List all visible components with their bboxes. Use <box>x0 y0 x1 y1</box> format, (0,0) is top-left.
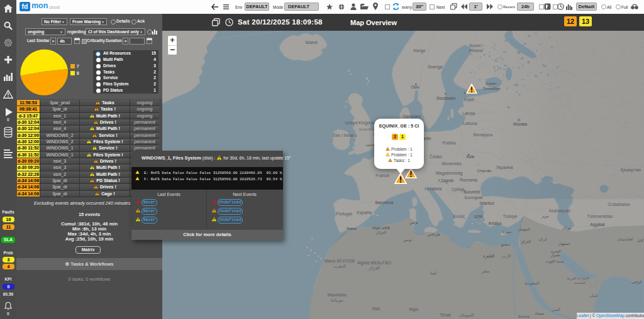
svg-text:ليبيا: ليبيا <box>430 271 436 275</box>
svg-text:Aşgabat: Aşgabat <box>590 222 604 227</box>
svg-text:Eritrea: Eritrea <box>518 315 530 318</box>
svg-text:Türkiye: Türkiye <box>503 214 518 219</box>
svg-text:Danmark: Danmark <box>403 114 421 119</box>
svg-text:България: България <box>465 195 483 200</box>
svg-text:France: France <box>375 173 389 178</box>
svg-text:Niger: Niger <box>409 307 419 312</box>
svg-text:Петербург: Петербург <box>483 87 501 90</box>
svg-text:الإمارات العربية: الإمارات العربية <box>567 276 589 281</box>
svg-text:✳: ✳ <box>438 178 440 182</box>
svg-text:Türkmenistan: Türkmenistan <box>587 214 613 219</box>
svg-text:Maroc ⵍⵎⵖⵔⵉⴱ: Maroc ⵍⵎⵖⵔⵉⴱ <box>325 259 355 263</box>
svg-text:افغانستان: افغانستان <box>617 237 633 241</box>
svg-text:سوريا: سوريا <box>502 230 512 234</box>
svg-text:Česko: Česko <box>430 154 442 159</box>
svg-text:الجزائر: الجزائر <box>368 266 380 271</box>
svg-text:تونس: تونس <box>403 238 412 242</box>
svg-text:Ελλάς: Ελλάς <box>453 214 465 219</box>
svg-text:تبريز: تبريز <box>541 214 549 219</box>
svg-text:Latvija: Latvija <box>462 111 475 116</box>
svg-text:Finland: Finland <box>469 48 483 53</box>
svg-text:السودان: السودان <box>460 313 474 318</box>
svg-text:صنعاء: صنعاء <box>535 311 544 315</box>
svg-text:Србија: Србија <box>452 187 465 192</box>
svg-text:Éire / Ireland: Éire / Ireland <box>333 132 357 138</box>
svg-text:القاهرة: القاهرة <box>483 254 494 259</box>
svg-text:Eesti: Eesti <box>464 97 474 102</box>
svg-text:كابل: كابل <box>637 239 644 242</box>
svg-text:Suomi /: Suomi / <box>469 43 483 48</box>
svg-text:Algérie ⵍⵣⵣⴰⵢⴻⵔ: Algérie ⵍⵣⵣⴰⵢⴻⵔ <box>357 261 391 266</box>
svg-text:España: España <box>357 210 372 215</box>
svg-text:Украина: Украина <box>496 165 513 170</box>
svg-text:تهران: تهران <box>562 226 571 230</box>
svg-text:Беларусь: Беларусь <box>474 132 493 138</box>
svg-text:Romania: Romania <box>460 178 477 182</box>
svg-text:Azərbaycan: Azərbaycan <box>549 208 571 214</box>
svg-text:دمشق: دمشق <box>501 242 511 247</box>
svg-text:اليمن: اليمن <box>552 308 560 312</box>
svg-text:Mauritanie: Mauritanie <box>328 293 347 297</box>
svg-text:اصفهان: اصفهان <box>558 242 570 246</box>
svg-text:طرابلس: طرابلس <box>428 232 441 237</box>
svg-text:Санкт-: Санкт- <box>486 82 498 85</box>
svg-text:Polska: Polska <box>442 141 455 145</box>
svg-text:Antalya: Antalya <box>488 221 502 226</box>
svg-text:Mali: Mali <box>372 306 380 311</box>
svg-text:Istanbul: Istanbul <box>480 201 494 205</box>
svg-text:الأردن: الأردن <box>501 254 511 259</box>
svg-text:المتحدة: المتحدة <box>574 281 586 284</box>
svg-text:البصرة: البصرة <box>551 249 561 254</box>
svg-text:Izmir: Izmir <box>474 214 483 219</box>
svg-text:Zagreb: Zagreb <box>441 178 453 183</box>
svg-text:عُمان: عُمان <box>589 293 598 298</box>
svg-text:Lietuva: Lietuva <box>463 121 477 126</box>
svg-text:السعودية: السعودية <box>525 281 540 286</box>
svg-text:تونس: تونس <box>409 220 418 225</box>
svg-text:Ísland: Ísland <box>306 40 318 45</box>
svg-text:Sverige: Sverige <box>428 65 443 70</box>
svg-text:مدينة الكويت: مدينة الكويت <box>545 259 564 264</box>
svg-text:ایران: ایران <box>538 237 547 242</box>
svg-text:مصر: مصر <box>481 269 490 274</box>
svg-text:București: București <box>464 190 480 195</box>
svg-text:Қазақстан: Қазақстан <box>621 168 641 173</box>
svg-text:Portugal: Portugal <box>336 212 352 217</box>
svg-text:Rabat: Rabat <box>347 227 357 230</box>
svg-text:الجزائر: الجزائر <box>375 230 386 235</box>
svg-text:کراچی: کراچی <box>631 280 641 284</box>
svg-text:Tchad: Tchad <box>440 313 451 317</box>
svg-text:Oslo: Oslo <box>411 85 419 89</box>
svg-text:Barcelona: Barcelona <box>375 200 394 205</box>
svg-text:شیراز: شیراز <box>550 253 560 257</box>
svg-text:Alger ⴰⵣⵣ: Alger ⴰⵣⵣ <box>372 226 390 230</box>
svg-text:Москва: Москва <box>513 122 528 126</box>
svg-text:موريتانيا: موريتانيا <box>331 298 343 303</box>
svg-text:Magyarország: Magyarország <box>435 171 462 176</box>
svg-text:Slovensko: Slovensko <box>441 161 462 166</box>
svg-text:Norge: Norge <box>413 48 425 53</box>
svg-text:Hrvatska: Hrvatska <box>425 187 442 191</box>
svg-text:الموصل: الموصل <box>518 227 530 232</box>
svg-text:Stockholm: Stockholm <box>436 96 455 100</box>
svg-text:Chișinău: Chișinău <box>477 169 491 173</box>
svg-text:العراق: العراق <box>521 240 531 244</box>
svg-text:Oʻzbekiston: Oʻzbekiston <box>608 202 630 207</box>
svg-text:المغرب: المغرب <box>334 264 346 269</box>
svg-text:Київ: Київ <box>467 154 475 159</box>
svg-text:United Kingdom: United Kingdom <box>345 121 376 126</box>
